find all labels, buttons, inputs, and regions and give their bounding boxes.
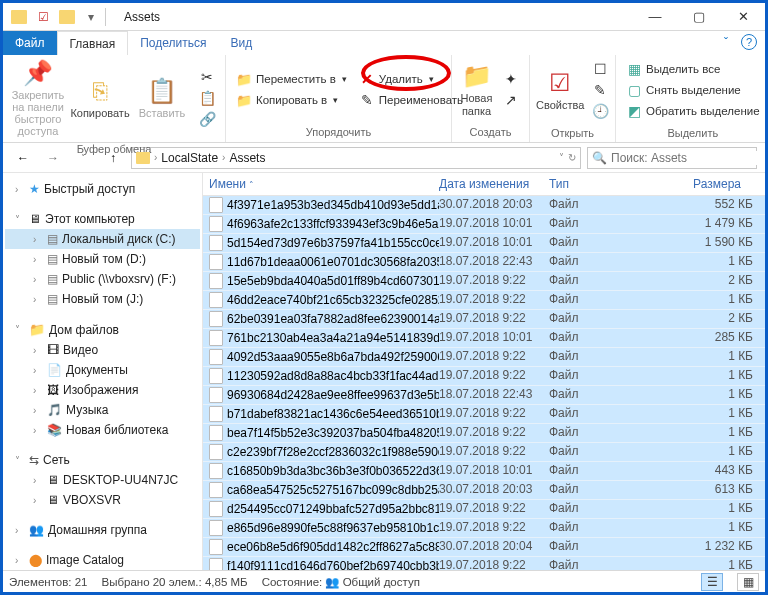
table-row[interactable]: bea7f14f5b52e3c392037ba504fba4820567...1… <box>203 424 765 443</box>
col-date[interactable]: Дата изменения <box>439 177 549 191</box>
table-row[interactable]: 96930684d2428ae9ee8ffee99637d3e5b77...18… <box>203 386 765 405</box>
open-small[interactable]: ☐ <box>588 59 612 79</box>
invert-selection-button[interactable]: ◩Обратить выделение <box>622 101 764 121</box>
copy-to-button[interactable]: Копировать в▾ <box>232 90 351 110</box>
nav-this-pc[interactable]: ˅Этот компьютер <box>5 209 200 229</box>
table-row[interactable]: 5d154ed73d97e6b37597fa41b155cc0cedd...19… <box>203 234 765 253</box>
table-row[interactable]: 11230592ad8d8a88ac4bcb33f1fac44ad25...19… <box>203 367 765 386</box>
file-date: 18.07.2018 22:43 <box>439 254 549 270</box>
nav-libraries[interactable]: ˅Дом файлов <box>5 319 200 340</box>
tab-share[interactable]: Поделиться <box>128 31 218 55</box>
collapse-ribbon-button[interactable]: ˇ <box>711 31 741 55</box>
close-button[interactable]: ✕ <box>721 3 765 31</box>
table-row[interactable]: 4f3971e1a953b3ed345db410d93e5dd1a47...30… <box>203 196 765 215</box>
nav-music[interactable]: ›Музыка <box>5 400 200 420</box>
file-type: Файл <box>549 349 629 365</box>
properties-button[interactable]: ☑ Свойства <box>536 69 584 111</box>
nav-newlib[interactable]: ›Новая библиотека <box>5 420 200 440</box>
refresh-button[interactable]: ↻ <box>568 152 576 163</box>
music-icon <box>47 403 62 417</box>
col-name[interactable]: Имени ˄ <box>209 177 439 191</box>
qat-newfolder-icon[interactable] <box>57 7 77 27</box>
status-selected: Выбрано 20 элем.: 4,85 МБ <box>101 576 247 588</box>
address-dropdown[interactable]: ˅ <box>559 152 564 163</box>
nav-vboxsvr[interactable]: ›VBOXSVR <box>5 490 200 510</box>
table-row[interactable]: ece06b8e5d6f905dd1482c2ff8627a5c8861d...… <box>203 538 765 557</box>
table-row[interactable]: f140f9111cd1646d760bef2b69740cbb3bf1ба..… <box>203 557 765 570</box>
table-row[interactable]: 4092d53aaa9055e8b6a7bda492f25900664...19… <box>203 348 765 367</box>
table-row[interactable]: 11d67b1deaa0061e0701dc30568fa2035b7...18… <box>203 253 765 272</box>
nav-network[interactable]: ˅Сеть <box>5 450 200 470</box>
copy-button[interactable]: ⎘ Копировать <box>71 77 129 119</box>
file-name: 15e5eb9bda4040a5d01ff89b4cd607301552... <box>227 274 439 288</box>
view-icons-button[interactable]: ▦ <box>737 573 759 591</box>
nav-quick-access[interactable]: ›Быстрый доступ <box>5 179 200 199</box>
table-row[interactable]: 62be0391ea03fa7882ad8fee62390014ad2c...1… <box>203 310 765 329</box>
search-input[interactable] <box>611 151 761 165</box>
table-row[interactable]: 761bc2130ab4ea3a4a21a94e5141839d23645...… <box>203 329 765 348</box>
file-name: 11d67b1deaa0061e0701dc30568fa2035b7... <box>227 255 439 269</box>
table-row[interactable]: 4f6963afe2c133ffcf933943ef3c9b46e5ab18..… <box>203 215 765 234</box>
table-row[interactable]: 46dd2eace740bf21c65cb32325cfe028524c...1… <box>203 291 765 310</box>
paste-button[interactable]: 📋 Вставить <box>133 77 191 119</box>
view-details-button[interactable]: ☰ <box>701 573 723 591</box>
table-row[interactable]: d254495cc071249bbafc527d95a2bbc816a...19… <box>203 500 765 519</box>
select-all-button[interactable]: ▦Выделить все <box>622 59 764 79</box>
qat-dropdown[interactable]: ▾ <box>81 7 101 27</box>
col-type[interactable]: Тип <box>549 177 629 191</box>
tab-view[interactable]: Вид <box>218 31 264 55</box>
table-row[interactable]: b71dabef83821ac1436c6e54eed36510be6...19… <box>203 405 765 424</box>
file-size: 1 КБ <box>629 501 759 517</box>
clip-small-3[interactable]: 🔗 <box>195 109 219 129</box>
nav-drive-j[interactable]: ›Новый том (J:) <box>5 289 200 309</box>
navigation-pane[interactable]: ›Быстрый доступ ˅Этот компьютер ›Локальн… <box>3 173 203 570</box>
file-date: 30.07.2018 20:03 <box>439 197 549 213</box>
nav-homegroup[interactable]: ›Домашняя группа <box>5 520 200 540</box>
nav-documents[interactable]: ›Документы <box>5 360 200 380</box>
help-button[interactable]: ? <box>741 34 757 50</box>
nav-videos[interactable]: ›Видео <box>5 340 200 360</box>
delete-button[interactable]: ✕Удалить▾ <box>355 69 467 89</box>
history-small[interactable]: 🕘 <box>588 101 612 121</box>
nav-local-c[interactable]: ›Локальный диск (C:) <box>5 229 200 249</box>
file-list[interactable]: 4f3971e1a953b3ed345db410d93e5dd1a47...30… <box>203 196 765 570</box>
col-size[interactable]: Размера <box>629 177 759 191</box>
select-none-button[interactable]: ▢Снять выделение <box>622 80 764 100</box>
move-to-button[interactable]: Переместить в▾ <box>232 69 351 89</box>
new-access-small[interactable]: ↗ <box>499 90 523 110</box>
selectnone-label: Снять выделение <box>646 84 741 96</box>
clip-small-2[interactable]: 📋 <box>195 88 219 108</box>
delete-icon: ✕ <box>359 71 375 87</box>
new-item-small[interactable]: ✦ <box>499 69 523 89</box>
tab-file[interactable]: Файл <box>3 31 57 55</box>
file-type: Файл <box>549 425 629 441</box>
new-folder-button[interactable]: 📁 Новая папка <box>458 62 495 116</box>
pin-quick-access-button[interactable]: 📌 Закрепить на панели быстрого доступа <box>9 59 67 137</box>
minimize-button[interactable]: — <box>633 3 677 31</box>
window-title: Assets <box>124 10 160 24</box>
table-row[interactable]: e865d96e8990fe5c88f9637eb95810b1c7d1...1… <box>203 519 765 538</box>
file-size: 1 КБ <box>629 387 759 403</box>
nav-image-catalog[interactable]: ›Image Catalog <box>5 550 200 570</box>
nav-public-f[interactable]: ›Public (\\vboxsrv) (F:) <box>5 269 200 289</box>
rename-button[interactable]: ✎Переименовать <box>355 90 467 110</box>
nav-pictures[interactable]: ›Изображения <box>5 380 200 400</box>
table-row[interactable]: ca68ea547525c5275167bc099c8dbb25aa1...30… <box>203 481 765 500</box>
table-row[interactable]: c2e239bf7f28e2ccf2836032c1f988e590e1...1… <box>203 443 765 462</box>
tab-home[interactable]: Главная <box>57 31 129 55</box>
edit-small[interactable]: ✎ <box>588 80 612 100</box>
nav-drive-d[interactable]: ›Новый том (D:) <box>5 249 200 269</box>
folder-icon <box>29 322 45 337</box>
table-row[interactable]: 15e5eb9bda4040a5d01ff89b4cd607301552...1… <box>203 272 765 291</box>
maximize-button[interactable]: ▢ <box>677 3 721 31</box>
clip-small-1[interactable]: ✂ <box>195 67 219 87</box>
group-select-caption: Выделить <box>616 125 768 143</box>
qat-folder-icon[interactable] <box>9 7 29 27</box>
file-date: 19.07.2018 9:22 <box>439 292 549 308</box>
file-type: Файл <box>549 520 629 536</box>
breadcrumb-2[interactable]: Assets <box>229 151 265 165</box>
nav-desktop-computer[interactable]: ›DESKTOP-UU4N7JC <box>5 470 200 490</box>
search-box[interactable]: 🔍 <box>587 147 757 169</box>
qat-properties-icon[interactable]: ☑ <box>33 7 53 27</box>
table-row[interactable]: c16850b9b3da3bc36b3e3f0b036522d360e...19… <box>203 462 765 481</box>
